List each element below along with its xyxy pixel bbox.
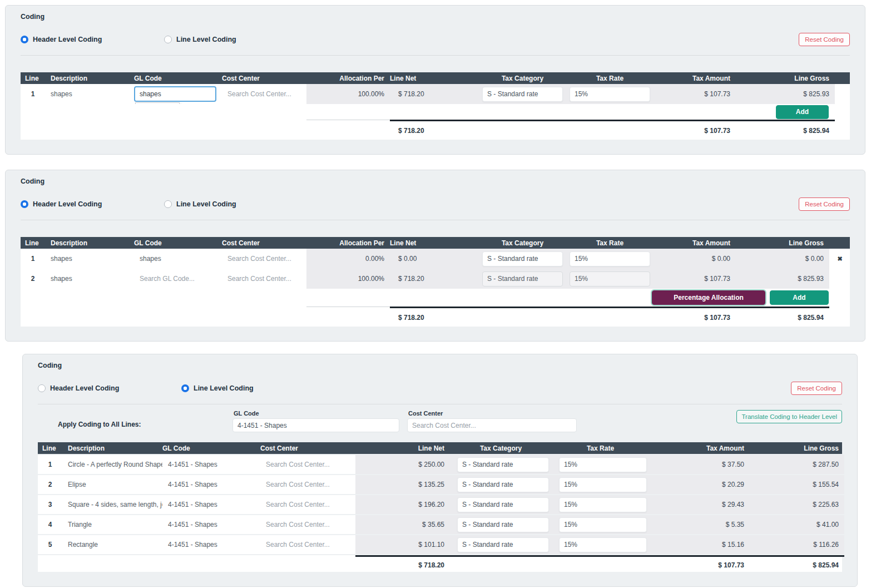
cost-center-input[interactable]: Search Cost Center... — [260, 541, 355, 549]
cost-center-field-label: Cost Center — [407, 410, 577, 417]
table-header-row: Line Description GL Code Cost Center All… — [21, 237, 850, 249]
tax-rate-input[interactable] — [559, 477, 647, 492]
cell-tax-rate — [566, 269, 654, 289]
cell-tax-amount: $ 15.16 — [649, 535, 750, 554]
col-line-gross: Line Gross — [736, 75, 835, 82]
tax-rate-input[interactable] — [570, 271, 650, 286]
cell-gl-code: 4-1451 - Shapes 5-2001 - Shapes — [134, 84, 222, 104]
col-allocation-per: Allocation Per — [306, 75, 390, 82]
total-line-gross: $ 825.94 — [736, 307, 829, 327]
coding-panel-line-level: Coding Header Level Coding Line Level Co… — [22, 354, 858, 587]
tax-category-input[interactable] — [457, 457, 549, 472]
reset-coding-button[interactable]: Reset Coding — [799, 33, 850, 46]
coding-level-radio-group: Header Level Coding Line Level Coding Re… — [21, 197, 850, 211]
col-description: Description — [45, 75, 134, 82]
col-line: Line — [21, 239, 45, 247]
table-header-row: Line Description GL Code Cost Center Lin… — [38, 442, 842, 454]
gl-code-input[interactable]: 4-1451 - Shapes — [162, 461, 260, 468]
radio-unselected-icon[interactable] — [164, 200, 172, 208]
gl-code-input[interactable]: 4-1451 - Shapes — [162, 541, 260, 549]
tax-category-input[interactable] — [457, 517, 549, 532]
cell-line-number: 3 — [38, 501, 62, 508]
tax-rate-input[interactable] — [570, 87, 650, 102]
cell-line-gross: $ 225.63 — [750, 495, 844, 514]
tax-category-input[interactable] — [457, 537, 549, 552]
tax-category-input[interactable] — [482, 87, 563, 102]
radio-label: Line Level Coding — [194, 384, 254, 392]
tax-rate-input[interactable] — [559, 497, 647, 512]
radio-selected-icon[interactable] — [21, 36, 28, 43]
gl-code-input[interactable]: 4-1451 - Shapes — [162, 501, 260, 508]
add-line-button[interactable]: Add — [776, 105, 829, 119]
cost-center-input[interactable]: Search Cost Center... — [260, 481, 355, 488]
radio-unselected-icon[interactable] — [38, 384, 46, 392]
col-line-net: Line Net — [355, 444, 450, 452]
translate-coding-button[interactable]: Translate Coding to Header Level — [736, 410, 842, 423]
cell-line-net: $ 135.25 — [355, 475, 450, 494]
radio-label: Header Level Coding — [33, 36, 102, 43]
tax-category-input[interactable] — [482, 271, 563, 286]
percentage-allocation-button[interactable]: Percentage Allocation — [652, 290, 765, 305]
col-line-net: Line Net — [390, 75, 479, 82]
add-line-button[interactable]: Add — [770, 290, 829, 305]
cell-remove: ✖ — [829, 255, 850, 263]
reset-coding-button[interactable]: Reset Coding — [799, 197, 850, 211]
col-allocation-per: Allocation Per — [306, 239, 390, 247]
cell-tax-category — [450, 475, 552, 494]
cell-description: shapes — [45, 90, 134, 98]
tax-rate-input[interactable] — [559, 457, 647, 472]
cost-center-input[interactable]: Search Cost Center... — [260, 501, 355, 508]
radio-header-level-coding[interactable]: Header Level Coding — [21, 36, 164, 43]
gl-code-field-label: GL Code — [232, 410, 399, 417]
gl-code-input[interactable]: 4-1451 - Shapes — [162, 481, 260, 488]
cell-line-gross: $ 287.50 — [750, 455, 844, 474]
cost-center-input[interactable]: Search Cost Center... — [260, 461, 355, 468]
coding-table: Line Description GL Code Cost Center Lin… — [38, 442, 842, 572]
radio-header-level-coding[interactable]: Header Level Coding — [38, 384, 181, 392]
gl-code-input[interactable] — [134, 86, 216, 102]
col-tax-category: Tax Category — [479, 75, 566, 82]
cell-line-number: 5 — [38, 541, 62, 549]
cost-center-input[interactable]: Search Cost Center... — [222, 275, 306, 283]
tax-category-input[interactable] — [482, 251, 563, 266]
radio-unselected-icon[interactable] — [164, 36, 172, 43]
table-row: 5 Rectangle 4-1451 - Shapes Search Cost … — [38, 535, 842, 554]
cell-line-number: 1 — [21, 90, 45, 98]
gl-code-input[interactable]: Search GL Code... — [134, 275, 222, 283]
radio-header-level-coding[interactable]: Header Level Coding — [21, 200, 164, 208]
total-line-net: $ 718.20 — [390, 307, 479, 327]
radio-line-level-coding[interactable]: Line Level Coding — [181, 384, 254, 392]
dropdown-option[interactable]: 4-1451 - Shapes — [136, 103, 179, 104]
tax-rate-input[interactable] — [559, 537, 647, 552]
radio-selected-icon[interactable] — [21, 200, 28, 208]
tax-rate-input[interactable] — [559, 517, 647, 532]
remove-line-icon[interactable]: ✖ — [837, 255, 842, 262]
cell-tax-category — [450, 455, 552, 474]
apply-cost-center-input[interactable] — [407, 418, 577, 432]
cell-tax-category — [450, 515, 552, 534]
reset-coding-button[interactable]: Reset Coding — [791, 382, 842, 395]
tax-category-input[interactable] — [457, 477, 549, 492]
cell-line-net: $ 0.00 — [390, 249, 479, 269]
panel-title: Coding — [21, 13, 850, 21]
radio-label: Header Level Coding — [50, 384, 119, 392]
col-gl-code: GL Code — [134, 75, 222, 82]
cost-center-input[interactable]: Search Cost Center... — [260, 521, 355, 528]
cell-tax-category — [450, 535, 552, 554]
radio-line-level-coding[interactable]: Line Level Coding — [164, 200, 236, 208]
col-cost-center: Cost Center — [222, 75, 306, 82]
gl-code-input[interactable]: shapes — [134, 255, 222, 263]
cost-center-input[interactable]: Search Cost Center... — [222, 90, 306, 98]
tax-rate-input[interactable] — [570, 251, 650, 266]
apply-gl-code-input[interactable] — [232, 418, 399, 432]
tax-category-input[interactable] — [457, 497, 549, 512]
cost-center-input[interactable]: Search Cost Center... — [222, 255, 306, 263]
cell-line-gross: $ 825.93 — [736, 84, 835, 104]
divider — [21, 220, 850, 220]
cell-allocation-per: 100.00% — [306, 269, 390, 289]
radio-selected-icon[interactable] — [181, 384, 189, 392]
radio-line-level-coding[interactable]: Line Level Coding — [164, 36, 236, 43]
gl-code-input[interactable]: 4-1451 - Shapes — [162, 521, 260, 528]
total-tax-amount: $ 107.73 — [649, 555, 750, 572]
coding-table: Line Description GL Code Cost Center All… — [21, 237, 850, 327]
